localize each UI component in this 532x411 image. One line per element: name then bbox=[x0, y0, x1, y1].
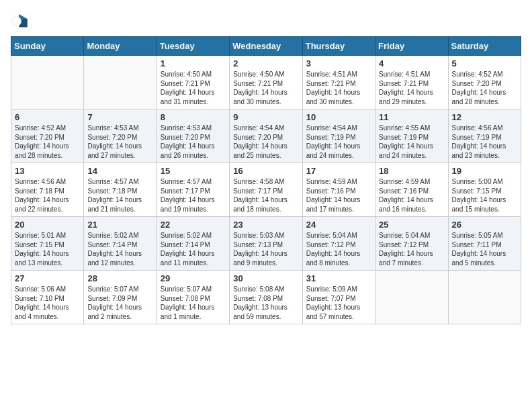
calendar-cell: 30Sunrise: 5:08 AM Sunset: 7:08 PM Dayli… bbox=[230, 271, 302, 324]
logo bbox=[11, 11, 32, 30]
calendar-cell: 3Sunrise: 4:51 AM Sunset: 7:21 PM Daylig… bbox=[302, 56, 375, 109]
day-number: 26 bbox=[452, 220, 517, 230]
day-number: 13 bbox=[15, 166, 80, 176]
logo-icon bbox=[11, 11, 30, 30]
day-info: Sunrise: 4:57 AM Sunset: 7:17 PM Dayligh… bbox=[161, 177, 226, 214]
header-saturday: Saturday bbox=[448, 37, 521, 56]
calendar-cell: 26Sunrise: 5:05 AM Sunset: 7:11 PM Dayli… bbox=[448, 217, 521, 271]
day-info: Sunrise: 4:51 AM Sunset: 7:21 PM Dayligh… bbox=[306, 70, 371, 106]
calendar-week-3: 13Sunrise: 4:56 AM Sunset: 7:18 PM Dayli… bbox=[11, 163, 521, 217]
day-info: Sunrise: 4:51 AM Sunset: 7:21 PM Dayligh… bbox=[379, 70, 444, 106]
calendar-cell: 12Sunrise: 4:56 AM Sunset: 7:19 PM Dayli… bbox=[448, 109, 521, 163]
day-info: Sunrise: 5:04 AM Sunset: 7:12 PM Dayligh… bbox=[306, 231, 371, 267]
header-thursday: Thursday bbox=[302, 37, 375, 56]
day-number: 22 bbox=[161, 220, 226, 230]
calendar-cell bbox=[448, 271, 521, 324]
calendar-cell: 28Sunrise: 5:07 AM Sunset: 7:09 PM Dayli… bbox=[84, 271, 157, 324]
calendar-cell: 8Sunrise: 4:53 AM Sunset: 7:20 PM Daylig… bbox=[157, 109, 229, 163]
header-friday: Friday bbox=[375, 37, 448, 56]
day-info: Sunrise: 5:00 AM Sunset: 7:15 PM Dayligh… bbox=[452, 177, 517, 214]
calendar-cell: 25Sunrise: 5:04 AM Sunset: 7:12 PM Dayli… bbox=[375, 217, 448, 271]
calendar-cell: 6Sunrise: 4:52 AM Sunset: 7:20 PM Daylig… bbox=[11, 109, 84, 163]
day-info: Sunrise: 5:09 AM Sunset: 7:07 PM Dayligh… bbox=[306, 285, 371, 321]
day-info: Sunrise: 4:53 AM Sunset: 7:20 PM Dayligh… bbox=[161, 124, 226, 160]
day-number: 25 bbox=[379, 220, 444, 230]
calendar-cell: 4Sunrise: 4:51 AM Sunset: 7:21 PM Daylig… bbox=[375, 56, 448, 109]
calendar-week-1: 1Sunrise: 4:50 AM Sunset: 7:21 PM Daylig… bbox=[11, 56, 521, 109]
day-number: 31 bbox=[306, 273, 371, 283]
header-wednesday: Wednesday bbox=[230, 37, 302, 56]
day-info: Sunrise: 4:53 AM Sunset: 7:20 PM Dayligh… bbox=[87, 124, 152, 160]
day-info: Sunrise: 4:56 AM Sunset: 7:19 PM Dayligh… bbox=[452, 124, 517, 160]
day-info: Sunrise: 5:06 AM Sunset: 7:10 PM Dayligh… bbox=[15, 285, 80, 321]
calendar-cell: 15Sunrise: 4:57 AM Sunset: 7:17 PM Dayli… bbox=[157, 163, 229, 217]
calendar-cell: 16Sunrise: 4:58 AM Sunset: 7:17 PM Dayli… bbox=[230, 163, 302, 217]
day-number: 15 bbox=[161, 166, 226, 176]
day-info: Sunrise: 5:07 AM Sunset: 7:09 PM Dayligh… bbox=[87, 285, 152, 321]
page-header bbox=[11, 11, 521, 30]
day-number: 28 bbox=[87, 273, 152, 283]
header-sunday: Sunday bbox=[11, 37, 84, 56]
calendar-cell: 2Sunrise: 4:50 AM Sunset: 7:21 PM Daylig… bbox=[230, 56, 302, 109]
day-number: 11 bbox=[379, 112, 444, 122]
header-tuesday: Tuesday bbox=[157, 37, 229, 56]
day-number: 4 bbox=[379, 58, 444, 68]
calendar-cell: 21Sunrise: 5:02 AM Sunset: 7:14 PM Dayli… bbox=[84, 217, 157, 271]
calendar-week-2: 6Sunrise: 4:52 AM Sunset: 7:20 PM Daylig… bbox=[11, 109, 521, 163]
day-info: Sunrise: 4:55 AM Sunset: 7:19 PM Dayligh… bbox=[379, 124, 444, 160]
day-info: Sunrise: 5:02 AM Sunset: 7:14 PM Dayligh… bbox=[161, 231, 226, 267]
day-info: Sunrise: 4:57 AM Sunset: 7:18 PM Dayligh… bbox=[87, 177, 152, 214]
day-number: 10 bbox=[306, 112, 371, 122]
calendar-cell: 19Sunrise: 5:00 AM Sunset: 7:15 PM Dayli… bbox=[448, 163, 521, 217]
day-number: 18 bbox=[379, 166, 444, 176]
calendar-header-row: SundayMondayTuesdayWednesdayThursdayFrid… bbox=[11, 37, 521, 56]
svg-point-4 bbox=[12, 17, 21, 26]
calendar-cell: 5Sunrise: 4:52 AM Sunset: 7:20 PM Daylig… bbox=[448, 56, 521, 109]
calendar-cell bbox=[11, 56, 84, 109]
day-info: Sunrise: 4:52 AM Sunset: 7:20 PM Dayligh… bbox=[15, 124, 80, 160]
day-info: Sunrise: 4:56 AM Sunset: 7:18 PM Dayligh… bbox=[15, 177, 80, 214]
day-number: 7 bbox=[87, 112, 152, 122]
calendar-cell: 10Sunrise: 4:54 AM Sunset: 7:19 PM Dayli… bbox=[302, 109, 375, 163]
day-number: 19 bbox=[452, 166, 517, 176]
day-number: 1 bbox=[161, 58, 226, 68]
day-info: Sunrise: 5:04 AM Sunset: 7:12 PM Dayligh… bbox=[379, 231, 444, 267]
day-info: Sunrise: 4:59 AM Sunset: 7:16 PM Dayligh… bbox=[379, 177, 444, 214]
calendar-cell: 14Sunrise: 4:57 AM Sunset: 7:18 PM Dayli… bbox=[84, 163, 157, 217]
day-info: Sunrise: 4:50 AM Sunset: 7:21 PM Dayligh… bbox=[233, 70, 298, 106]
calendar-cell: 7Sunrise: 4:53 AM Sunset: 7:20 PM Daylig… bbox=[84, 109, 157, 163]
calendar-cell: 18Sunrise: 4:59 AM Sunset: 7:16 PM Dayli… bbox=[375, 163, 448, 217]
day-number: 2 bbox=[233, 58, 298, 68]
day-info: Sunrise: 5:01 AM Sunset: 7:15 PM Dayligh… bbox=[15, 231, 80, 267]
day-number: 27 bbox=[15, 273, 80, 283]
day-number: 9 bbox=[233, 112, 298, 122]
day-number: 8 bbox=[161, 112, 226, 122]
day-number: 23 bbox=[233, 220, 298, 230]
day-info: Sunrise: 4:50 AM Sunset: 7:21 PM Dayligh… bbox=[161, 70, 226, 106]
day-number: 3 bbox=[306, 58, 371, 68]
day-info: Sunrise: 4:52 AM Sunset: 7:20 PM Dayligh… bbox=[452, 70, 517, 106]
day-info: Sunrise: 4:59 AM Sunset: 7:16 PM Dayligh… bbox=[306, 177, 371, 214]
day-info: Sunrise: 5:03 AM Sunset: 7:13 PM Dayligh… bbox=[233, 231, 298, 267]
calendar-cell: 22Sunrise: 5:02 AM Sunset: 7:14 PM Dayli… bbox=[157, 217, 229, 271]
day-info: Sunrise: 4:54 AM Sunset: 7:20 PM Dayligh… bbox=[233, 124, 298, 160]
day-number: 6 bbox=[15, 112, 80, 122]
day-number: 21 bbox=[87, 220, 152, 230]
day-info: Sunrise: 4:58 AM Sunset: 7:17 PM Dayligh… bbox=[233, 177, 298, 214]
day-info: Sunrise: 5:02 AM Sunset: 7:14 PM Dayligh… bbox=[87, 231, 152, 267]
calendar-cell: 13Sunrise: 4:56 AM Sunset: 7:18 PM Dayli… bbox=[11, 163, 84, 217]
calendar-week-5: 27Sunrise: 5:06 AM Sunset: 7:10 PM Dayli… bbox=[11, 271, 521, 324]
calendar-cell: 24Sunrise: 5:04 AM Sunset: 7:12 PM Dayli… bbox=[302, 217, 375, 271]
calendar-cell: 1Sunrise: 4:50 AM Sunset: 7:21 PM Daylig… bbox=[157, 56, 229, 109]
header-monday: Monday bbox=[84, 37, 157, 56]
day-number: 16 bbox=[233, 166, 298, 176]
calendar-cell bbox=[84, 56, 157, 109]
day-info: Sunrise: 5:05 AM Sunset: 7:11 PM Dayligh… bbox=[452, 231, 517, 267]
day-info: Sunrise: 5:07 AM Sunset: 7:08 PM Dayligh… bbox=[161, 285, 226, 321]
calendar-cell: 17Sunrise: 4:59 AM Sunset: 7:16 PM Dayli… bbox=[302, 163, 375, 217]
calendar-cell: 29Sunrise: 5:07 AM Sunset: 7:08 PM Dayli… bbox=[157, 271, 229, 324]
calendar-cell: 11Sunrise: 4:55 AM Sunset: 7:19 PM Dayli… bbox=[375, 109, 448, 163]
day-info: Sunrise: 4:54 AM Sunset: 7:19 PM Dayligh… bbox=[306, 124, 371, 160]
calendar-table: SundayMondayTuesdayWednesdayThursdayFrid… bbox=[11, 36, 521, 324]
calendar-cell bbox=[375, 271, 448, 324]
